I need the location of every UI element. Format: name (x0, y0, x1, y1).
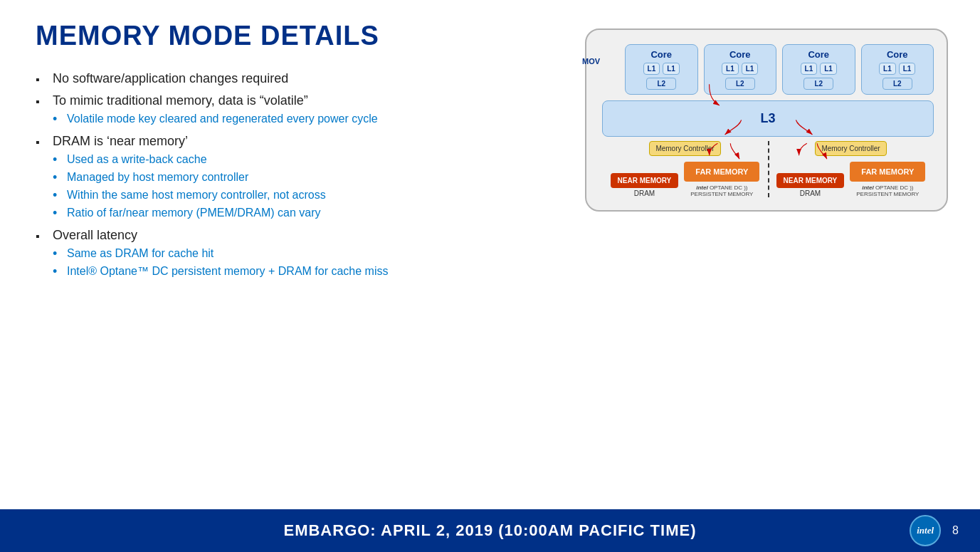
bullet-4: ▪ Overall latency • Same as DRAM for cac… (36, 228, 560, 279)
dram-label-right: DRAM (800, 189, 821, 197)
page-number: 8 (952, 524, 959, 537)
l2-cache-2: L2 (725, 78, 755, 90)
l1-cache-3b: L1 (820, 63, 837, 75)
page-title: MEMORY MODE DETAILS (36, 21, 560, 51)
near-memory-right: NEAR MEMORY (776, 173, 845, 188)
near-memory-left: NEAR MEMORY (611, 173, 679, 188)
l3-box: L3 (602, 100, 934, 137)
right-panel: MOV Core L1 L1 L2 Core L1 (581, 21, 952, 495)
cores-area: MOV Core L1 L1 L2 Core L1 (602, 44, 934, 95)
l1-cache-1b: L1 (663, 63, 680, 75)
sub-bullet-3-3-text: Within the same host memory controller, … (67, 189, 326, 202)
far-memory-left: FAR MEMORY (684, 162, 759, 182)
bullet-1-text: No software/application changes required (53, 71, 288, 86)
dot-2-1: • (53, 112, 61, 127)
core-label-2: Core (729, 49, 751, 60)
core-box-1: Core L1 L1 L2 (625, 44, 698, 95)
dot-3-4: • (53, 206, 61, 221)
core-label-1: Core (650, 49, 672, 60)
sub-bullet-3-1: • Used as a write-back cache (53, 153, 560, 167)
bullet-marker-3: ▪ (36, 136, 46, 149)
intel-optane-left: intel OPTANE DC ))PERSISTENT MEMORY (690, 184, 753, 197)
bullet-3-text: DRAM is ‘near memory’ (53, 134, 188, 149)
memory-half-left: Memory Controller NEAR MEMORY DRAM FAR M… (602, 141, 768, 197)
l1-cache-3a: L1 (801, 63, 818, 75)
dot-4-2: • (53, 264, 61, 279)
core-box-2: Core L1 L1 L2 (704, 44, 777, 95)
sub-bullet-4-2: • Intel® Optane™ DC persistent memory + … (53, 265, 560, 279)
bullet-marker-2: ▪ (36, 95, 46, 108)
dot-3-3: • (53, 188, 61, 203)
dot-3-2: • (53, 170, 61, 185)
sub-bullet-4-2-text: Intel® Optane™ DC persistent memory + DR… (67, 265, 388, 278)
mem-controller-left: Memory Controller (649, 141, 720, 156)
sub-bullet-3-2: • Managed by host memory controller (53, 171, 560, 185)
far-memory-right: FAR MEMORY (850, 162, 925, 182)
bullet-list: ▪ No software/application changes requir… (36, 71, 560, 279)
sub-bullet-4-1-text: Same as DRAM for cache hit (67, 247, 214, 260)
diagram-box: MOV Core L1 L1 L2 Core L1 (585, 28, 948, 212)
l1-cache-4b: L1 (899, 63, 916, 75)
bullet-2-text: To mimic traditional memory, data is “vo… (53, 93, 308, 108)
dram-label-left: DRAM (634, 189, 655, 197)
l1-cache-4a: L1 (879, 63, 896, 75)
l2-cache-4: L2 (882, 78, 912, 90)
core-box-3: Core L1 L1 L2 (782, 44, 855, 95)
memory-half-right: Memory Controller NEAR MEMORY DRAM FAR M… (768, 141, 934, 197)
bullet-2: ▪ To mimic traditional memory, data is “… (36, 93, 560, 127)
sub-bullet-2-1: • Volatile mode key cleared and regenera… (53, 113, 560, 127)
l2-cache-3: L2 (804, 78, 833, 90)
embargo-text: EMBARGO: APRIL 2, 2019 (10:00AM PACIFIC … (283, 521, 696, 540)
sub-bullet-3-3: • Within the same host memory controller… (53, 189, 560, 203)
bullet-marker-4: ▪ (36, 230, 46, 243)
bullet-marker-1: ▪ (36, 73, 46, 86)
core-label-3: Core (808, 49, 829, 60)
l2-cache-1: L2 (646, 78, 676, 90)
mov-label: MOV (582, 57, 600, 66)
diagram-container: MOV Core L1 L1 L2 Core L1 (602, 44, 934, 197)
bullet-4-text: Overall latency (53, 228, 137, 243)
l1-cache-2b: L1 (742, 63, 759, 75)
intel-optane-right: intel OPTANE DC ))PERSISTENT MEMORY (856, 184, 919, 197)
dot-4-1: • (53, 246, 61, 261)
bullet-1: ▪ No software/application changes requir… (36, 71, 560, 86)
l1-cache-2a: L1 (722, 63, 739, 75)
sub-bullet-2-1-text: Volatile mode key cleared and regenerate… (67, 113, 378, 125)
l1-cache-1a: L1 (643, 63, 660, 75)
bottom-section: Memory Controller NEAR MEMORY DRAM FAR M… (602, 141, 934, 197)
footer: EMBARGO: APRIL 2, 2019 (10:00AM PACIFIC … (0, 509, 980, 552)
dashed-divider (768, 141, 769, 197)
sub-bullet-3-4-text: Ratio of far/near memory (PMEM/DRAM) can… (67, 207, 321, 219)
intel-logo: intel 8 (910, 515, 959, 546)
intel-logo-box: intel (910, 515, 941, 546)
sub-bullet-3-4: • Ratio of far/near memory (PMEM/DRAM) c… (53, 207, 560, 221)
core-label-4: Core (887, 49, 908, 60)
dot-3-1: • (53, 152, 61, 167)
mem-controller-right: Memory Controller (815, 141, 886, 156)
sub-bullet-3-2-text: Managed by host memory controller (67, 171, 248, 184)
sub-bullet-4-1: • Same as DRAM for cache hit (53, 247, 560, 261)
sub-bullet-3-1-text: Used as a write-back cache (67, 153, 207, 166)
core-box-4: Core L1 L1 L2 (861, 44, 934, 95)
bullet-3: ▪ DRAM is ‘near memory’ • Used as a writ… (36, 134, 560, 221)
